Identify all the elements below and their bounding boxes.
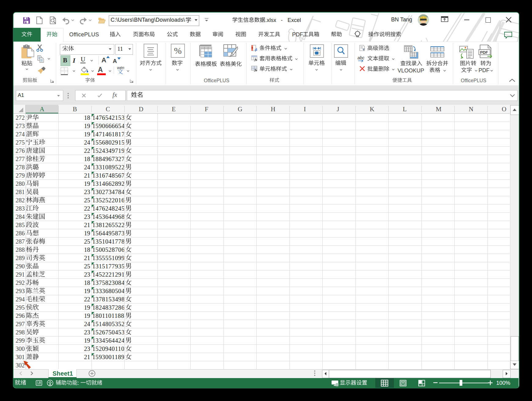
svg-text:%: % [174,46,182,56]
svg-text:PDF: PDF [480,50,488,55]
